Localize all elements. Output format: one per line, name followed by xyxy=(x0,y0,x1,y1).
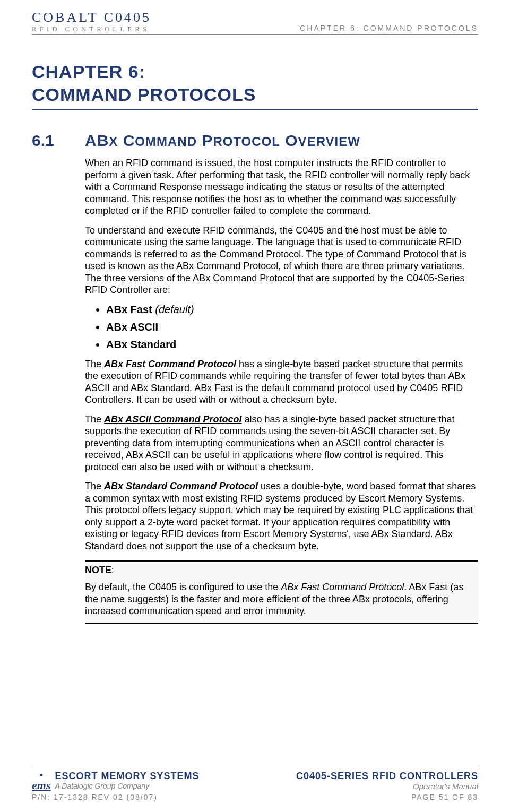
brand-line-1: COBALT C0405 xyxy=(32,11,151,24)
heading-frag: AB xyxy=(85,132,109,149)
paragraph-5: The ABx Standard Command Protocol uses a… xyxy=(85,480,478,552)
footer-top: • ems ESCORT MEMORY SYSTEMS A Datalogic … xyxy=(32,767,478,791)
chapter-title-line2: COMMAND PROTOCOLS xyxy=(32,84,256,105)
spacer xyxy=(32,624,478,762)
brand-logo: COBALT C0405 RFID CONTROLLERS xyxy=(32,11,151,32)
ems-logo-icon: • ems xyxy=(32,771,50,790)
bullet-label: ABx Fast xyxy=(106,304,152,315)
heading-frag: P xyxy=(197,132,213,149)
footer-manual-label: Operator's Manual xyxy=(296,782,478,791)
protocol-list: ABx Fast (default) ABx ASCII ABx Standar… xyxy=(106,304,478,351)
text-frag: The xyxy=(85,414,104,425)
page-footer: • ems ESCORT MEMORY SYSTEMS A Datalogic … xyxy=(32,762,478,812)
note-label: NOTE xyxy=(85,565,111,575)
footer-right: C0405-SERIES RFID CONTROLLERS Operator's… xyxy=(296,771,478,791)
text-frag: The xyxy=(85,481,104,491)
list-item: ABx Fast (default) xyxy=(106,304,478,316)
part-number: P/N: 17-1328 REV 02 (08/07) xyxy=(32,793,158,801)
chapter-title: CHAPTER 6: COMMAND PROTOCOLS xyxy=(32,61,478,110)
list-item: ABx ASCII xyxy=(106,321,478,333)
section-number: 6.1 xyxy=(32,132,85,624)
heading-frag: OMMAND xyxy=(135,134,197,149)
ems-logo-text: ems xyxy=(32,781,50,791)
paragraph-3: The ABx Fast Command Protocol has a sing… xyxy=(85,358,478,406)
list-item: ABx Standard xyxy=(106,339,478,351)
heading-frag: O xyxy=(280,132,298,149)
bullet-default: default xyxy=(159,304,191,315)
brand-model: C0405 xyxy=(104,10,151,25)
brand-subtitle: RFID CONTROLLERS xyxy=(32,25,151,32)
footer-left: • ems ESCORT MEMORY SYSTEMS A Datalogic … xyxy=(32,771,200,790)
section-content: ABX COMMAND PROTOCOL OVERVIEW When an RF… xyxy=(85,132,478,624)
note-body: By default, the C0405 is configured to u… xyxy=(85,581,478,617)
bullet-label: ABx Standard xyxy=(106,339,176,350)
footer-left-text: ESCORT MEMORY SYSTEMS A Datalogic Group … xyxy=(55,771,199,790)
bullet-paren-close: ) xyxy=(191,304,194,315)
protocol-name-standard: ABx Standard Command Protocol xyxy=(104,481,258,491)
note-colon: : xyxy=(111,566,114,575)
note-box: NOTE: By default, the C0405 is configure… xyxy=(85,560,478,624)
chapter-title-line1: CHAPTER 6: xyxy=(32,62,145,82)
footer-product-name: C0405-SERIES RFID CONTROLLERS xyxy=(296,771,478,782)
heading-frag: X xyxy=(109,134,118,149)
heading-frag: ROTOCOL xyxy=(213,134,280,149)
bullet-paren-open: ( xyxy=(152,304,159,315)
protocol-name-ascii: ABx ASCII Command Protocol xyxy=(104,414,241,425)
text-frag: By default, the C0405 is configured to u… xyxy=(85,582,281,592)
paragraph-4: The ABx ASCII Command Protocol also has … xyxy=(85,413,478,473)
section-heading: ABX COMMAND PROTOCOL OVERVIEW xyxy=(85,132,478,150)
bullet-label: ABx ASCII xyxy=(106,321,158,333)
paragraph-2: To understand and execute RFID commands,… xyxy=(85,224,478,296)
page-number: PAGE 51 OF 83 xyxy=(411,793,478,801)
text-frag: The xyxy=(85,359,104,369)
page-header: COBALT C0405 RFID CONTROLLERS CHAPTER 6:… xyxy=(32,11,478,35)
brand-name: COBALT xyxy=(32,10,98,25)
footer-company-name: ESCORT MEMORY SYSTEMS xyxy=(55,771,199,782)
paragraph-1: When an RFID command is issued, the host… xyxy=(85,157,478,217)
footer-bottom: P/N: 17-1328 REV 02 (08/07) PAGE 51 OF 8… xyxy=(32,793,478,812)
note-protocol-name: ABx Fast Command Protocol xyxy=(281,582,404,592)
protocol-name-fast: ABx Fast Command Protocol xyxy=(104,359,236,369)
header-chapter-label: CHAPTER 6: COMMAND PROTOCOLS xyxy=(300,24,478,32)
heading-frag: VERVIEW xyxy=(298,134,360,149)
footer-company-tagline: A Datalogic Group Company xyxy=(55,782,199,790)
heading-frag: C xyxy=(118,132,135,149)
section-6-1: 6.1 ABX COMMAND PROTOCOL OVERVIEW When a… xyxy=(32,132,478,624)
document-page: COBALT C0405 RFID CONTROLLERS CHAPTER 6:… xyxy=(0,0,510,812)
